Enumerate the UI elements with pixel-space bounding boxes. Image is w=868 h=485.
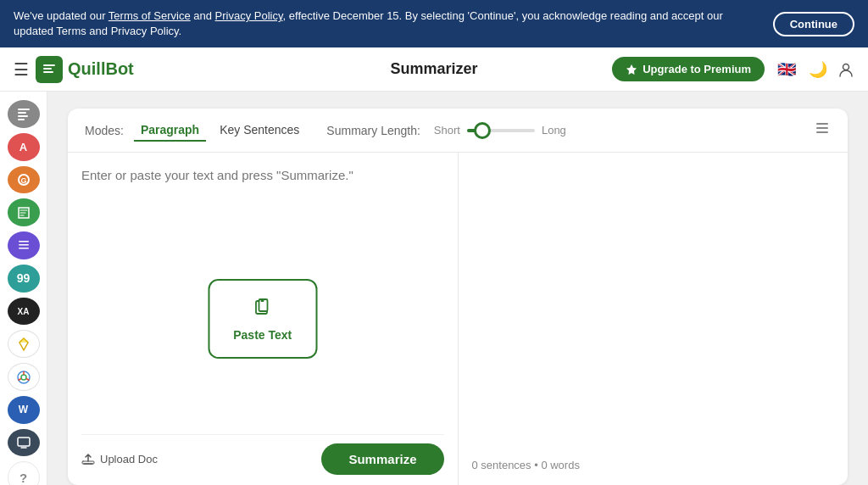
sidebar-item-grammar[interactable]: G xyxy=(8,166,40,194)
svg-rect-18 xyxy=(18,438,30,446)
svg-rect-5 xyxy=(18,109,30,110)
upgrade-button[interactable]: Upgrade to Premium xyxy=(612,57,765,81)
upload-doc-label: Upload Doc xyxy=(100,453,158,465)
sidebar-item-help[interactable]: ? xyxy=(8,461,40,485)
terms-banner: We've updated our Terms of Service and P… xyxy=(0,0,868,47)
sidebar-item-chrome[interactable] xyxy=(8,363,40,391)
length-slider[interactable] xyxy=(467,129,535,132)
svg-rect-19 xyxy=(816,123,828,125)
modes-bar: Modes: Paragraph Key Sentences Summary L… xyxy=(68,109,848,153)
sidebar-item-essay[interactable] xyxy=(8,198,40,226)
logo-icon xyxy=(36,56,63,83)
sidebar-item-summarizer[interactable] xyxy=(8,100,40,128)
paste-icon xyxy=(253,296,273,321)
svg-rect-20 xyxy=(816,127,828,129)
svg-rect-1 xyxy=(43,68,52,70)
modes-bar-right xyxy=(814,120,831,141)
list-view-icon[interactable] xyxy=(814,120,831,141)
sidebar-item-gem[interactable] xyxy=(8,330,40,358)
svg-rect-11 xyxy=(19,241,29,242)
sidebar-bottom: ? xyxy=(8,461,40,485)
logo: QuillBot xyxy=(36,56,134,83)
logo-text: QuillBot xyxy=(68,59,134,79)
banner-text: We've updated our Terms of Service and P… xyxy=(14,8,763,39)
content-area: Modes: Paragraph Key Sentences Summary L… xyxy=(47,92,868,485)
sidebar: A G 99 XA W ? xyxy=(0,92,47,485)
paste-btn-container: Paste Text xyxy=(208,279,317,359)
paste-text-label: Paste Text xyxy=(233,328,292,342)
svg-point-17 xyxy=(21,375,26,380)
summarize-button[interactable]: Summarize xyxy=(321,443,443,475)
svg-text:G: G xyxy=(20,176,26,185)
page-title: Summarizer xyxy=(390,60,477,78)
left-panel: Paste Text Upload Doc Summarize xyxy=(68,153,459,485)
svg-rect-0 xyxy=(43,64,55,66)
left-panel-footer: Upload Doc Summarize xyxy=(81,434,444,475)
right-panel: 0 sentences • 0 words xyxy=(459,153,849,485)
tab-key-sentences[interactable]: Key Sentences xyxy=(213,120,306,142)
language-flag[interactable]: 🇬🇧 xyxy=(775,58,798,81)
privacy-link[interactable]: Privacy Policy xyxy=(215,9,283,22)
paste-text-button[interactable]: Paste Text xyxy=(208,279,317,359)
dark-mode-button[interactable]: 🌙 xyxy=(809,60,827,79)
svg-rect-7 xyxy=(18,115,28,117)
main-card: Modes: Paragraph Key Sentences Summary L… xyxy=(68,109,848,485)
svg-rect-21 xyxy=(816,131,828,133)
length-long-label: Long xyxy=(542,124,566,137)
svg-point-4 xyxy=(843,64,849,70)
upload-doc-button[interactable]: Upload Doc xyxy=(81,453,158,466)
sidebar-item-word[interactable]: W xyxy=(8,396,40,424)
svg-rect-12 xyxy=(19,244,29,246)
svg-rect-8 xyxy=(18,119,25,120)
modes-label: Modes: xyxy=(85,124,124,137)
svg-rect-13 xyxy=(19,248,29,249)
card-body: Paste Text Upload Doc Summarize xyxy=(68,153,848,485)
svg-rect-6 xyxy=(18,112,26,114)
sidebar-item-active[interactable] xyxy=(8,231,40,259)
sidebar-item-paraphraser[interactable]: A xyxy=(8,133,40,161)
upgrade-label: Upgrade to Premium xyxy=(643,63,751,75)
right-panel-stats: 0 sentences • 0 words xyxy=(472,450,835,471)
tab-paragraph[interactable]: Paragraph xyxy=(134,120,206,142)
main-layout: A G 99 XA W ? Modes: xyxy=(0,92,868,485)
sidebar-item-translator[interactable]: XA xyxy=(8,298,40,326)
continue-button[interactable]: Continue xyxy=(773,12,854,36)
sidebar-item-quotes[interactable]: 99 xyxy=(8,265,40,293)
user-button[interactable] xyxy=(837,61,854,78)
svg-marker-3 xyxy=(626,64,637,75)
length-short-label: Short xyxy=(434,124,460,137)
sidebar-item-screen[interactable] xyxy=(8,429,40,457)
svg-rect-23 xyxy=(82,461,94,464)
header: ☰ QuillBot Summarizer Upgrade to Premium… xyxy=(0,47,868,92)
summary-length-label: Summary Length: xyxy=(326,124,420,137)
terms-link[interactable]: Terms of Service xyxy=(108,9,191,22)
svg-rect-2 xyxy=(43,71,53,73)
slider-thumb[interactable] xyxy=(474,122,491,139)
hamburger-icon[interactable]: ☰ xyxy=(14,59,29,80)
header-actions: Upgrade to Premium 🇬🇧 🌙 xyxy=(612,57,854,81)
length-slider-container: Short Long xyxy=(434,124,566,137)
